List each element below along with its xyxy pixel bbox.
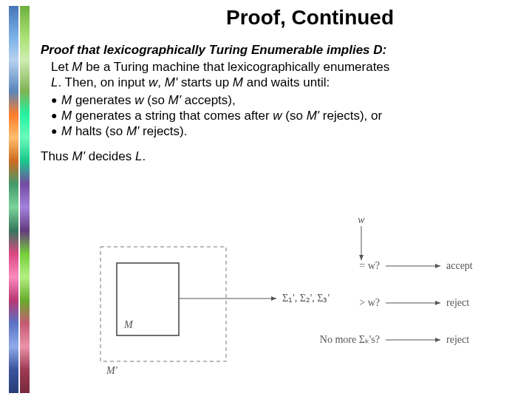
text: generates [72,93,134,107]
diagram-label-reject-1: reject [446,297,469,308]
text: accepts), [181,93,236,107]
text: generates a string that comes after [72,109,273,123]
text: halts (so [72,124,126,138]
diagram-label-accept: accept [446,260,473,271]
text: . Then, on input [58,75,149,89]
var-M: M [61,93,72,107]
var-Mprime: M' [126,124,139,138]
bullet-text: M halts (so M' rejects). [61,123,187,139]
proof-line-2: L. Then, on input w, M' starts up M and … [51,75,520,90]
text: starts up [177,75,233,89]
bullet-icon: ● [51,92,61,108]
text: be a Turing machine that lexicographical… [83,60,390,74]
proof-diagram: w M' M Σ₁', Σ₂', Σ₃' = w? accept > w? re… [93,217,477,380]
var-Mprime: M' [307,109,319,123]
proof-subtitle: Proof that lexicographically Turing Enum… [41,43,520,58]
decoration-column-2 [20,6,30,393]
conclusion: Thus M' decides L. [41,149,520,164]
var-Mprime: M' [72,149,85,163]
slide: Proof, Continued Proof that lexicographi… [0,0,532,399]
text: and waits until: [243,75,330,89]
diagram-label-nomore: No more Σₖ's? [320,334,380,345]
slide-title: Proof, Continued [100,6,520,30]
box-Mprime [100,247,226,361]
text: rejects), or [319,109,382,123]
var-w: w [134,93,143,107]
diagram-label-eq-w: = w? [359,260,380,271]
text: rejects). [139,124,187,138]
var-w: w [273,109,282,123]
bullet-text: M generates a string that comes after w … [61,108,382,123]
diagram-label-gt-w: > w? [359,297,380,308]
bullet-item: ● M generates a string that comes after … [51,108,520,123]
bullet-icon: ● [51,108,61,123]
var-M: M [61,124,72,138]
diagram-label-sigma: Σ₁', Σ₂', Σ₃' [282,293,330,304]
bullet-list: ● M generates w (so M' accepts), ● M gen… [51,92,520,140]
var-Mprime: M' [165,75,177,89]
var-M: M [72,60,82,74]
diagram-label-reject-2: reject [446,334,469,345]
proof-line-1: Let M be a Turing machine that lexicogra… [51,59,520,75]
var-w: w [149,75,157,89]
bullet-item: ● M generates w (so M' accepts), [51,92,520,108]
text: Thus [41,149,72,163]
decoration-column-1 [9,6,18,393]
content-area: Proof, Continued Proof that lexicographi… [41,0,532,164]
diagram-label-w: w [358,217,365,225]
diagram-label-Mprime: M' [106,365,118,376]
var-M: M [233,75,243,89]
text: decides [85,149,135,163]
diagram-label-M: M [123,319,134,330]
text: (so [144,93,168,107]
text: . [142,149,146,163]
var-Mprime: M' [168,93,181,107]
bullet-item: ● M halts (so M' rejects). [51,123,520,139]
text: (so [282,109,307,123]
bullet-icon: ● [51,123,61,139]
left-decoration [9,6,30,393]
bullet-text: M generates w (so M' accepts), [61,92,236,108]
var-M: M [61,109,72,123]
text: , [157,75,164,89]
text: Let [51,60,72,74]
